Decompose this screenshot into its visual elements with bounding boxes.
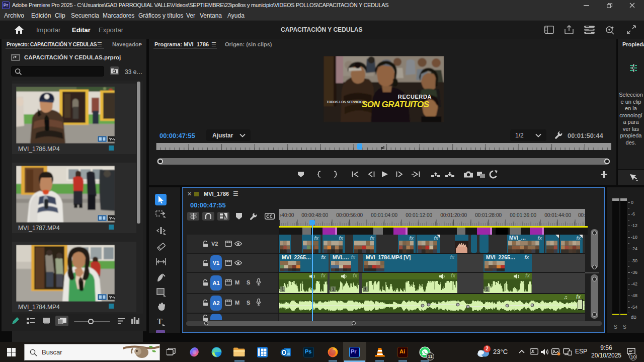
svg-text:00:01:04:00: 00:01:04:00 bbox=[371, 212, 397, 218]
svg-text:SON GRATUITOS: SON GRATUITOS bbox=[362, 100, 430, 109]
svg-text:00:01:28:00: 00:01:28:00 bbox=[475, 212, 502, 218]
svg-text:TODOS LOS SERVICIOS:: TODOS LOS SERVICIOS: bbox=[327, 100, 366, 104]
svg-text:00:1:5: 00:1:5 bbox=[578, 212, 585, 218]
svg-text:00:00:48:00: 00:00:48:00 bbox=[301, 212, 328, 218]
svg-text:RECUERDA: RECUERDA bbox=[398, 94, 432, 100]
svg-text:T: T bbox=[157, 317, 163, 326]
svg-text:00:01:20:00: 00:01:20:00 bbox=[440, 212, 467, 218]
svg-text:00:01:36:00: 00:01:36:00 bbox=[510, 212, 536, 218]
svg-text:›40:00: ›40:00 bbox=[280, 212, 294, 218]
svg-text:00:01:44:00: 00:01:44:00 bbox=[544, 212, 571, 218]
svg-text:00:00:56:00: 00:00:56:00 bbox=[336, 212, 363, 218]
svg-text:00:01:12:00: 00:01:12:00 bbox=[406, 212, 432, 218]
